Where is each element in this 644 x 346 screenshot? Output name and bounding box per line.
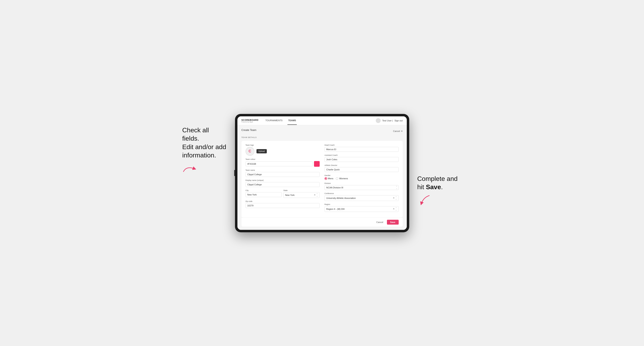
nav-tournaments[interactable]: TOURNAMENTS (264, 116, 284, 125)
gender-mens-radio[interactable] (324, 177, 327, 180)
division-label: Division (324, 182, 399, 184)
team-logo-group: Team logo C Upload (246, 144, 320, 156)
gender-label: Gender (324, 174, 399, 176)
assistant-coach-group: Assistant Coach (324, 154, 399, 162)
right-annotation: Complete and hit Save. (417, 114, 462, 208)
left-arrow (182, 164, 227, 176)
color-swatch[interactable] (314, 161, 320, 167)
app-logo: SCOREBOARD Powered by clippd (242, 119, 258, 123)
form-container: Team logo C Upload Team colo (242, 141, 403, 217)
region-value: Region II - (M) DIII (326, 208, 393, 210)
conference-group: Conference University Athletic Associati… (324, 192, 399, 201)
upload-button[interactable]: Upload (256, 149, 267, 153)
color-input-row (246, 161, 320, 167)
conference-clear-icon[interactable]: ✕ (393, 197, 394, 199)
right-arrow (417, 193, 462, 208)
region-arrows-icon: ⌃⌄ (396, 207, 397, 211)
team-name-group: Team name (246, 169, 320, 177)
nav-right: Test User | Sign out (376, 118, 403, 123)
tablet-screen: SCOREBOARD Powered by clippd TOURNAMENTS… (238, 116, 407, 230)
athletic-director-group: Athletic Director (324, 164, 399, 172)
page-header-row: Create Team Cancel ✕ (242, 129, 403, 134)
display-name-label: Display name (unique) (246, 179, 320, 181)
right-annotation-line2: hit (417, 183, 426, 191)
right-annotation-line1: Complete and (417, 175, 458, 182)
right-annotation-end: . (441, 183, 443, 191)
gender-womens-option[interactable]: Womens (336, 177, 348, 180)
state-field: State New York ✕ ⌃⌄ (284, 189, 320, 198)
form-two-col: Team logo C Upload Team colo (246, 144, 399, 214)
close-icon: ✕ (401, 130, 403, 133)
team-name-input[interactable] (246, 172, 320, 177)
zip-input[interactable] (246, 203, 320, 208)
user-label: Test User | (382, 119, 393, 122)
gender-mens-option[interactable]: Mens (324, 177, 334, 180)
state-value: New York (285, 194, 314, 196)
region-label: Region (324, 203, 399, 205)
team-colour-group: Team colour (246, 158, 320, 167)
zip-label: Zip code (246, 200, 320, 202)
gender-radio-group: Mens Womens (324, 177, 399, 180)
logo-circle: C (246, 147, 254, 156)
logo-sub: Powered by clippd (242, 121, 258, 123)
cancel-top-label: Cancel (393, 130, 400, 132)
assistant-coach-input[interactable] (324, 157, 399, 162)
division-group: Division NCAA Division III ⌃⌄ (324, 182, 399, 190)
conference-select[interactable]: University Athletic Association ✕ ⌃⌄ (324, 195, 399, 201)
right-annotation-bold: Save (426, 183, 441, 191)
nav-bar: SCOREBOARD Powered by clippd TOURNAMENTS… (238, 116, 407, 125)
gender-womens-label: Womens (339, 177, 348, 180)
region-group: Region Region II - (M) DIII ✕ ⌃⌄ (324, 203, 399, 212)
athletic-director-label: Athletic Director (324, 164, 399, 166)
zip-group: Zip code (246, 200, 320, 208)
left-annotation: Check all fields. Edit and/or add inform… (182, 114, 227, 176)
city-state-group: City State New York ✕ ⌃⌄ (246, 189, 320, 198)
conference-value: University Athletic Association (326, 197, 393, 199)
section-label: TEAM DETAILS (242, 136, 403, 138)
division-select-wrapper: NCAA Division III ⌃⌄ (324, 185, 399, 190)
cancel-footer-button[interactable]: Cancel (374, 220, 385, 225)
save-button[interactable]: Save (387, 220, 399, 225)
division-select[interactable]: NCAA Division III (324, 185, 399, 190)
state-clear-icon[interactable]: ✕ (314, 194, 316, 196)
city-input[interactable] (246, 192, 282, 197)
team-logo-label: Team logo (246, 144, 320, 146)
page-title: Create Team (242, 129, 256, 132)
sign-out-link[interactable]: Sign out (394, 119, 402, 122)
gender-mens-label: Mens (328, 177, 334, 180)
region-clear-icon[interactable]: ✕ (393, 208, 394, 210)
state-select[interactable]: New York ✕ ⌃⌄ (284, 192, 320, 198)
display-name-group: Display name (unique) (246, 179, 320, 187)
user-avatar (376, 118, 381, 123)
state-arrows-icon: ⌃⌄ (316, 193, 318, 197)
state-label: State (284, 189, 320, 191)
form-right-col: Head Coach Assistant Coach Athletic Dire… (324, 144, 399, 214)
city-label: City (246, 189, 282, 191)
head-coach-label: Head Coach (324, 144, 399, 146)
display-name-input[interactable] (246, 182, 320, 187)
athletic-director-input[interactable] (324, 167, 399, 172)
logo-upload-area: C Upload (246, 147, 320, 156)
tablet-frame: SCOREBOARD Powered by clippd TOURNAMENTS… (235, 114, 409, 232)
gender-group: Gender Mens Womens (324, 174, 399, 180)
assistant-coach-label: Assistant Coach (324, 154, 399, 156)
city-field: City (246, 189, 282, 198)
conference-arrows-icon: ⌃⌄ (396, 196, 397, 200)
form-left-col: Team logo C Upload Team colo (246, 144, 320, 214)
logo-letter: C (248, 149, 251, 153)
team-name-label: Team name (246, 169, 320, 171)
tablet-side-button (234, 170, 235, 176)
conference-label: Conference (324, 192, 399, 194)
main-content: Create Team Cancel ✕ TEAM DETAILS (238, 125, 407, 230)
team-colour-label: Team colour (246, 158, 320, 160)
nav-teams[interactable]: TEAMS (288, 116, 297, 125)
form-footer: Cancel Save (242, 217, 403, 227)
city-state-row: City State New York ✕ ⌃⌄ (246, 189, 320, 198)
annotation-line1: Check all fields. (182, 127, 209, 142)
team-colour-input[interactable] (246, 162, 313, 166)
gender-womens-radio[interactable] (336, 177, 338, 180)
head-coach-group: Head Coach (324, 144, 399, 152)
region-select[interactable]: Region II - (M) DIII ✕ ⌃⌄ (324, 206, 399, 212)
cancel-top-button[interactable]: Cancel ✕ (393, 130, 402, 133)
head-coach-input[interactable] (324, 147, 399, 152)
